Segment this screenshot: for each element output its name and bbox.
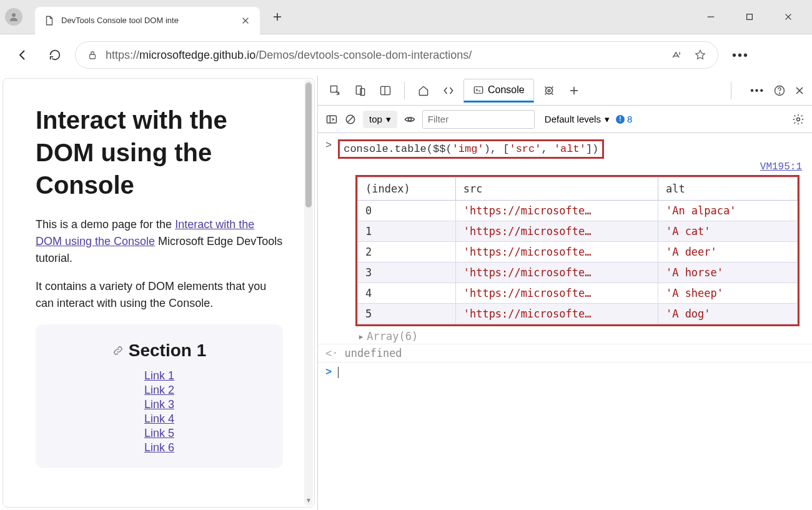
page-scrollbar[interactable]: ▼	[304, 80, 313, 506]
svg-rect-15	[474, 87, 483, 94]
page-heading: Interact with the DOM using the Console	[36, 104, 283, 201]
svg-point-22	[780, 92, 780, 93]
close-window-button[interactable]	[775, 6, 802, 28]
sources-tab[interactable]	[539, 81, 559, 101]
svg-rect-9	[90, 54, 96, 59]
devtools-tab-bar: Console •••	[318, 76, 812, 106]
scrollbar-thumb[interactable]	[305, 82, 312, 208]
levels-label: Default levels	[545, 114, 601, 124]
issues-count: 8	[627, 114, 632, 124]
live-expression-button[interactable]	[404, 113, 416, 126]
source-link[interactable]: VM195:1	[318, 161, 812, 172]
table-row[interactable]: 2'https://microsofte…'A deer'	[358, 242, 798, 262]
input-chevron-icon: >	[325, 139, 332, 151]
more-tabs-button[interactable]	[564, 81, 584, 101]
url-host: microsoftedge.github.io	[139, 49, 255, 61]
context-selector[interactable]: top ▾	[363, 111, 397, 128]
table-header-alt[interactable]: alt	[658, 178, 797, 201]
console-tab-label: Console	[488, 84, 525, 96]
section-link[interactable]: Link 6	[57, 441, 262, 454]
link-list: Link 1 Link 2 Link 3 Link 4 Link 5 Link …	[57, 369, 262, 454]
close-tab-button[interactable]	[240, 15, 251, 26]
device-toggle-button[interactable]	[350, 81, 370, 101]
intro-paragraph-1: This is a demo page for the Interact wit…	[36, 216, 283, 267]
scroll-down-arrow[interactable]: ▼	[305, 497, 312, 504]
read-aloud-icon[interactable]	[670, 49, 683, 61]
table-row[interactable]: 0'https://microsofte…'An alpaca'	[358, 201, 798, 221]
minimize-button[interactable]	[697, 6, 725, 28]
expand-triangle-icon[interactable]: ▸	[358, 330, 364, 342]
welcome-tab[interactable]	[413, 81, 433, 101]
array-summary[interactable]: ▸Array(6)	[318, 329, 812, 344]
refresh-button[interactable]	[42, 42, 67, 68]
address-bar[interactable]: https://microsoftedge.github.io/Demos/de…	[75, 41, 718, 69]
profile-avatar[interactable]	[5, 8, 22, 26]
section-link[interactable]: Link 2	[57, 384, 262, 397]
table-row[interactable]: 4'https://microsofte…'A sheep'	[358, 283, 798, 304]
svg-point-30	[797, 118, 800, 121]
devtools-panel: Console ••• top ▾ Default levels ▾	[317, 76, 812, 510]
section-box: Section 1 Link 1 Link 2 Link 3 Link 4 Li…	[36, 324, 283, 468]
console-settings-button[interactable]	[792, 113, 805, 126]
toggle-sidebar-button[interactable]	[325, 113, 338, 126]
help-button[interactable]	[773, 84, 786, 97]
issues-badge-icon: !	[616, 115, 625, 124]
return-value-row: <· undefined	[318, 344, 812, 362]
filter-input[interactable]	[422, 110, 535, 129]
log-levels-selector[interactable]: Default levels ▾	[545, 114, 610, 125]
svg-line-28	[348, 116, 353, 121]
context-label: top	[369, 114, 382, 124]
separator	[731, 82, 731, 99]
page-pane: Interact with the DOM using the Console …	[2, 78, 315, 508]
console-tab[interactable]: Console	[463, 79, 534, 102]
table-row[interactable]: 3'https://microsofte…'A horse'	[358, 262, 798, 283]
intro-paragraph-2: It contains a variety of DOM elements th…	[36, 278, 283, 312]
section-link[interactable]: Link 5	[57, 427, 262, 440]
browser-more-button[interactable]: •••	[732, 48, 749, 62]
section-link[interactable]: Link 4	[57, 412, 262, 426]
separator	[404, 82, 405, 99]
back-button[interactable]	[10, 42, 35, 68]
close-devtools-button[interactable]	[795, 86, 805, 96]
svg-point-18	[548, 89, 550, 92]
link-icon	[112, 345, 124, 356]
section-title-text: Section 1	[129, 341, 206, 361]
undefined-text: undefined	[344, 347, 402, 359]
svg-point-17	[545, 87, 552, 94]
svg-rect-13	[381, 86, 390, 94]
return-arrow-icon: <·	[325, 347, 338, 359]
tab-title: DevTools Console tool DOM inte	[61, 16, 234, 25]
table-row[interactable]: 1'https://microsofte…'A cat'	[358, 221, 798, 242]
favorite-icon[interactable]	[694, 49, 706, 61]
table-header-index[interactable]: (index)	[358, 178, 456, 201]
table-header-src[interactable]: src	[455, 178, 658, 201]
lock-icon	[87, 49, 98, 61]
section-link[interactable]: Link 1	[57, 369, 262, 382]
url-text: https://microsoftedge.github.io/Demos/de…	[106, 49, 663, 62]
issues-button[interactable]: ! 8	[616, 114, 632, 124]
dock-side-button[interactable]	[375, 81, 395, 101]
chevron-down-icon: ▾	[605, 114, 610, 125]
section-heading: Section 1	[112, 341, 206, 361]
section-link[interactable]: Link 3	[57, 398, 262, 411]
window-controls	[697, 6, 807, 28]
console-command-row: > console.table($$('img'), ['src', 'alt'…	[318, 137, 812, 161]
console-input-row[interactable]: >	[318, 362, 812, 382]
clear-console-button[interactable]	[344, 113, 357, 126]
svg-point-0	[12, 13, 16, 17]
page-icon	[44, 15, 55, 26]
input-chevron-icon: >	[325, 366, 332, 378]
svg-rect-6	[747, 14, 753, 20]
table-row[interactable]: 5'https://microsofte…'A dog'	[358, 304, 798, 324]
inspect-element-button[interactable]	[325, 81, 345, 101]
elements-tab[interactable]	[438, 81, 458, 101]
text-cursor	[338, 367, 339, 378]
url-path: /Demos/devtools-console-dom-interactions…	[255, 49, 472, 61]
maximize-button[interactable]	[736, 6, 763, 28]
svg-point-29	[408, 118, 411, 121]
content-area: Interact with the DOM using the Console …	[0, 76, 812, 510]
new-tab-button[interactable]	[266, 6, 289, 28]
console-table: (index) src alt 0'https://microsofte…'An…	[355, 175, 800, 326]
browser-tab[interactable]: DevTools Console tool DOM inte	[35, 7, 260, 34]
devtools-more-button[interactable]: •••	[750, 85, 765, 96]
